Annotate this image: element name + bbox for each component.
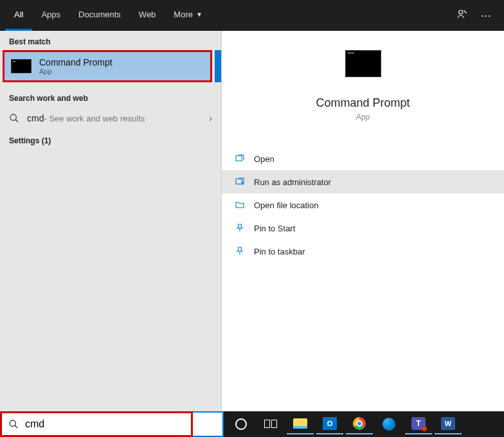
word-icon[interactable]: W [435,414,462,434]
outlook-icon[interactable]: O [316,414,343,434]
svg-rect-4 [236,179,242,184]
result-title: Command Prompt [39,57,113,67]
search-tabs-bar: All Apps Documents Web More▼ ⋯ [0,0,504,31]
section-search-web: Search work and web [0,87,221,107]
file-explorer-icon[interactable] [287,414,314,434]
results-pane: Best match Command Prompt App Search wor… [0,31,221,411]
result-subtitle: App [39,67,113,75]
cmd-icon [11,59,32,73]
action-label: Pin to Start [254,224,295,233]
tab-more[interactable]: More▼ [165,0,212,31]
search-input[interactable] [25,418,184,430]
svg-rect-3 [236,156,242,161]
more-icon[interactable]: ⋯ [481,10,491,22]
tab-web[interactable]: Web [130,0,165,31]
svg-point-7 [10,420,15,426]
action-pin-start[interactable]: Pin to Start [222,217,504,240]
chevron-right-icon: › [209,113,212,123]
action-label: Open file location [254,201,318,210]
teams-icon[interactable]: T [405,414,432,434]
cortana-icon[interactable] [228,414,255,434]
section-settings[interactable]: Settings (1) [0,130,221,149]
action-pin-taskbar[interactable]: Pin to taskbar [222,240,504,263]
preview-title: Command Prompt [316,96,410,110]
action-label: Open [254,154,274,164]
action-list: Open Run as administrator Open file loca… [222,147,504,263]
best-match-result[interactable]: Command Prompt App [3,50,212,82]
action-run-admin[interactable]: Run as administrator [222,170,504,193]
preview-cmd-icon [345,50,381,77]
svg-line-8 [15,425,17,428]
taskbar: O T W [224,411,504,437]
preview-subtitle: App [356,112,370,121]
action-label: Pin to taskbar [254,247,305,256]
edge-icon[interactable] [375,414,402,434]
search-bar: O T W [0,411,504,437]
web-search-result[interactable]: cmd - See work and web results › [0,107,221,130]
svg-point-1 [10,114,16,120]
search-edge [193,411,224,437]
selection-indicator [215,50,221,82]
feedback-icon[interactable] [456,8,468,22]
search-icon [9,113,19,123]
action-open[interactable]: Open [222,147,504,170]
svg-line-2 [15,120,18,122]
svg-point-0 [459,10,463,14]
tab-apps[interactable]: Apps [32,0,69,31]
action-open-location[interactable]: Open file location [222,193,504,217]
web-query: cmd [27,113,44,123]
web-hint: - See work and web results [44,114,145,123]
action-label: Run as administrator [254,177,331,187]
chevron-down-icon: ▼ [196,11,203,18]
tab-documents[interactable]: Documents [69,0,130,31]
task-view-icon[interactable] [257,414,284,434]
search-box[interactable] [0,411,193,437]
search-icon [8,419,19,429]
tab-all[interactable]: All [5,0,32,31]
section-best-match: Best match [0,31,221,50]
preview-pane: Command Prompt App Open Run as administr… [221,31,504,411]
chrome-icon[interactable] [346,414,373,434]
